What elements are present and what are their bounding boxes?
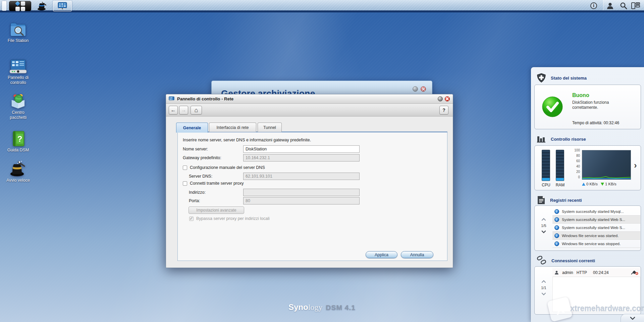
bypass-proxy-label: Bypassa server proxy per indirizzi local… [196,216,270,221]
desktop-icon-label-line1: Centro [3,110,34,115]
log-text: Windows file service was started. [562,234,619,238]
close-icon[interactable] [421,86,426,92]
porta-label: Porta: [189,198,200,203]
window-toolbar: ← → ⌂ ? [166,104,453,117]
desktop-icon-label: Avvio veloce [3,178,34,183]
user-menu-button[interactable] [606,1,614,10]
cancel-label: Annulla [410,252,424,257]
connection-time: 00:24:24 [593,270,609,275]
porta-input [243,197,360,204]
window-titlebar[interactable]: Pannello di controllo - Rete [166,94,453,104]
package-center-icon [9,93,27,109]
desktop-icon-pannello-di-controllo[interactable]: Pannello di controllo [3,59,34,85]
download-arrow-icon [601,183,604,186]
nome-server-input[interactable] [243,145,360,153]
dns-manual-checkbox[interactable] [183,166,187,170]
download-value: 1 KB/s [605,182,616,186]
brand-bold: Syno [288,303,308,312]
page-down-icon[interactable] [541,292,546,295]
log-text: System successfully started Mysql... [562,210,624,214]
widget-title: Connessioni correnti [551,258,595,263]
page-up-icon[interactable] [541,280,546,283]
axis-100: 100 [569,148,580,152]
dns-manual-label: Configurazione manuale del server DNS [190,165,265,170]
dsm-help-book-icon: ? [10,131,26,146]
bar-chart-icon [537,135,546,143]
widgets-toggle-button[interactable] [631,1,640,10]
resource-monitor-more-button[interactable]: › [634,162,637,169]
logs-page-indicator: 1/5 [538,224,549,228]
status-message-line1: DiskStation funziona [572,100,609,105]
help-icon: ? [442,107,445,113]
tab-generale[interactable]: Generale [176,123,208,133]
minimize-button[interactable] [413,86,418,92]
apply-label: Applica [375,252,388,257]
search-button[interactable] [619,1,628,10]
axis-60: 60 [569,159,580,163]
connection-protocol: HTTP [577,270,587,275]
quick-launch-button[interactable] [34,1,51,11]
magic-hat-icon [37,1,48,11]
connections-pager: 1/1 [538,280,549,295]
proxy-checkbox[interactable] [183,181,187,186]
watermark-letter: X [554,301,566,318]
show-desktop-button[interactable] [2,1,6,11]
log-row[interactable]: i System successfully started Mysql... [552,208,640,216]
magic-hat-large-icon [9,160,27,177]
info-icon: i [554,217,559,222]
desktop-icon-label-line1: Pannello di [3,75,34,80]
page-down-icon[interactable] [541,230,546,233]
ram-gauge [556,150,564,181]
cancel-button[interactable]: Annulla [401,251,433,258]
desktop-icon-centro-pacchetti[interactable]: Centro pacchetti [3,93,34,120]
network-graph [582,150,631,180]
back-button[interactable]: ← [169,106,178,114]
home-icon: ⌂ [195,107,198,114]
desktop-icon-label: Guida DSM [3,148,34,153]
forward-icon: → [181,107,186,113]
taskbar-active-app-control-panel[interactable] [53,1,72,11]
axis-0: 0 [569,175,580,179]
back-icon: ← [171,107,176,113]
log-document-icon [537,195,545,205]
close-icon[interactable] [445,96,450,101]
advanced-settings-button[interactable]: Impostazioni avanzate [189,206,244,214]
log-row[interactable]: i Windows file service was started. [552,232,640,240]
upload-arrow-icon [582,183,585,186]
connection-row[interactable]: admin HTTP 00:24:24 [552,268,640,277]
info-icon: i [554,233,559,238]
home-button[interactable]: ⌂ [191,106,202,114]
cpu-label: CPU [539,183,553,187]
page-up-icon[interactable] [541,218,546,221]
tab-tunnel[interactable]: Tunnel [258,123,282,132]
minimize-button[interactable] [438,96,443,101]
recent-logs-header: Registri recenti [537,195,582,205]
chevron-down-icon [630,317,635,320]
window-titlebar-icon [169,96,174,101]
apply-button[interactable]: Applica [366,251,397,258]
form-description: Inserire nome server, server DNS e infor… [183,138,311,142]
log-row[interactable]: i System successfully started Web S... [552,224,640,232]
desktop-icon-file-station[interactable]: File Station [3,21,34,43]
widget-title: Registri recenti [550,198,582,203]
cpu-gauge [542,150,550,181]
tab-interfaccia-di-rete[interactable]: Interfaccia di rete [209,123,256,132]
connection-user: admin [562,270,573,275]
info-button[interactable]: i [589,1,598,10]
disconnect-icon[interactable] [631,270,638,275]
desktop-icon-guida-dsm[interactable]: ? Guida DSM [3,131,34,153]
main-menu-button[interactable] [9,1,31,11]
nome-server-label: Nome server: [183,147,208,151]
proxy-label: Connetti tramite server proxy [190,181,244,186]
axis-20: 20 [569,170,580,174]
desktop-icon-avvio-veloce[interactable]: Avvio veloce [3,160,34,183]
system-status-header: Stato del sistema [537,73,587,83]
tab-label: Generale [183,126,201,130]
log-row[interactable]: i System successfully started Web S... [552,216,640,224]
forward-button[interactable]: → [179,106,188,114]
log-row[interactable]: i Windows file service was stopped. [552,240,640,248]
help-button[interactable]: ? [439,106,448,114]
taskbar: i [0,0,644,12]
log-text: System successfully started Web S... [562,218,625,222]
sidebar-collapse-button[interactable] [621,314,644,322]
